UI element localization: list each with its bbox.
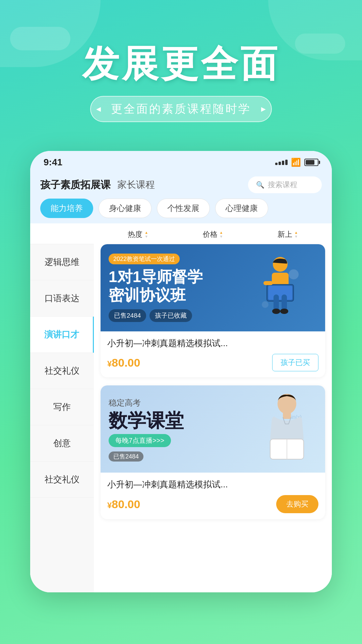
svg-point-6 bbox=[272, 309, 280, 314]
sidebar-item-logic[interactable]: 逻辑思维 bbox=[30, 244, 94, 280]
course-action-button-1[interactable]: 孩子已买 bbox=[272, 354, 318, 371]
status-time: 9:41 bbox=[44, 157, 62, 168]
nav-tabs: 孩子素质拓展课 家长课程 🔍 搜索课程 bbox=[40, 176, 322, 193]
sidebar-item-creative[interactable]: 创意 bbox=[30, 425, 94, 462]
search-box[interactable]: 🔍 搜索课程 bbox=[248, 176, 322, 193]
status-bar: 9:41 📶 bbox=[30, 151, 332, 171]
hero-subtitle-banner: 更全面的素质课程随时学 bbox=[90, 96, 272, 122]
course-title-2: 小升初—冲刺真题精选模拟试... bbox=[107, 479, 318, 490]
sidebar-item-social[interactable]: 社交礼仪 bbox=[30, 353, 94, 389]
sort-price-arrows: ▲ ▼ bbox=[220, 230, 223, 238]
course-bottom-2: ¥80.00 去购买 bbox=[107, 495, 318, 513]
main-content: 逻辑思维 口语表达 演讲口才 社交礼仪 写作 创意 社交礼仪 热度 bbox=[30, 223, 332, 592]
course-card-1[interactable]: 2022教资笔试一次通过 1对1导师督学密训协议班 已售2484 孩子已收藏 bbox=[101, 244, 325, 377]
pill-ability[interactable]: 能力培养 bbox=[40, 199, 93, 218]
sort-price-button[interactable]: 价格 ▲ ▼ bbox=[175, 229, 250, 239]
left-sidebar: 逻辑思维 口语表达 演讲口才 社交礼仪 写作 创意 社交礼仪 bbox=[30, 223, 94, 592]
svg-rect-14 bbox=[283, 412, 291, 419]
course-illustration-1 bbox=[260, 254, 317, 321]
course-action-button-2[interactable]: 去购买 bbox=[276, 495, 318, 513]
course-banner-1: 2022教资笔试一次通过 1对1导师督学密训协议班 已售2484 孩子已收藏 bbox=[101, 244, 325, 331]
search-icon: 🔍 bbox=[256, 181, 264, 189]
sort-new-arrows: ▲ ▼ bbox=[294, 230, 298, 238]
sort-hot-button[interactable]: 热度 ▲ ▼ bbox=[101, 229, 175, 239]
svg-point-9 bbox=[289, 269, 299, 279]
course-bottom-1: ¥80.00 孩子已买 bbox=[107, 354, 318, 371]
course-price-2: ¥80.00 bbox=[107, 498, 140, 511]
outer-wrapper: 发展更全面 更全面的素质课程随时学 9:41 📶 bbox=[0, 0, 362, 644]
search-placeholder-text: 搜索课程 bbox=[268, 180, 297, 190]
svg-rect-3 bbox=[268, 286, 292, 300]
svg-point-7 bbox=[280, 309, 288, 314]
banner-live-tag: 每晚7点直播>>> bbox=[109, 434, 171, 447]
svg-point-10 bbox=[262, 301, 268, 308]
wifi-icon: 📶 bbox=[291, 158, 301, 167]
sidebar-sort-spacer bbox=[30, 223, 94, 244]
pill-health[interactable]: 身心健康 bbox=[99, 199, 152, 218]
course-card-2[interactable]: 稳定高考 数学课堂 每晚7点直播>>> 已售2484 bbox=[101, 385, 325, 519]
sidebar-item-speech[interactable]: 演讲口才 bbox=[30, 317, 94, 353]
category-pills: 能力培养 身心健康 个性发展 心理健康 bbox=[40, 199, 322, 223]
saved-badge-1: 孩子已收藏 bbox=[149, 309, 192, 322]
sort-row: 热度 ▲ ▼ 价格 ▲ ▼ bbox=[101, 223, 325, 244]
nav-tab-main[interactable]: 孩子素质拓展课 bbox=[40, 178, 111, 192]
course-info-1: 小升初—冲刺真题精选模拟试... ¥80.00 孩子已买 bbox=[101, 331, 325, 377]
sort-hot-arrows: ▲ ▼ bbox=[144, 230, 148, 238]
phone-container: 9:41 📶 孩子素质拓展课 bbox=[30, 151, 332, 592]
sort-new-button[interactable]: 新上 ▲ ▼ bbox=[250, 229, 325, 239]
course-illustration-2: sin(x) = 1/2 bbox=[257, 392, 317, 466]
pill-mental[interactable]: 心理健康 bbox=[215, 199, 268, 218]
phone-wrapper: 9:41 📶 孩子素质拓展课 bbox=[10, 151, 352, 592]
course-price-1: ¥80.00 bbox=[107, 356, 140, 369]
right-content: 热度 ▲ ▼ 价格 ▲ ▼ bbox=[94, 223, 332, 592]
svg-rect-8 bbox=[263, 281, 273, 285]
course-title-1: 小升初—冲刺真题精选模拟试... bbox=[107, 337, 318, 349]
sidebar-item-writing[interactable]: 写作 bbox=[30, 389, 94, 425]
pill-personal[interactable]: 个性发展 bbox=[157, 199, 210, 218]
course-banner-2: 稳定高考 数学课堂 每晚7点直播>>> 已售2484 bbox=[101, 385, 325, 473]
sidebar-item-social2[interactable]: 社交礼仪 bbox=[30, 462, 94, 498]
banner-title-1: 1对1导师督学密训协议班 bbox=[109, 268, 260, 305]
banner-tag-1: 2022教资笔试一次通过 bbox=[109, 254, 180, 264]
sidebar-item-oral[interactable]: 口语表达 bbox=[30, 280, 94, 317]
nav-area: 孩子素质拓展课 家长课程 🔍 搜索课程 能力培养 身心健康 个性发展 心理健康 bbox=[30, 171, 332, 223]
battery-icon bbox=[304, 159, 318, 166]
nav-tab-secondary[interactable]: 家长课程 bbox=[117, 178, 155, 191]
banner-title-2: 数学课堂 bbox=[109, 410, 257, 431]
hero-title: 发展更全面 bbox=[82, 39, 280, 89]
banner-badges-1: 已售2484 孩子已收藏 bbox=[109, 309, 260, 322]
banner-label-2: 稳定高考 bbox=[109, 397, 257, 408]
hero-subtitle: 更全面的素质课程随时学 bbox=[111, 102, 251, 115]
course-info-2: 小升初—冲刺真题精选模拟试... ¥80.00 去购买 bbox=[101, 473, 325, 519]
status-icons: 📶 bbox=[275, 158, 318, 167]
signal-icon bbox=[275, 160, 288, 165]
hero-section: 发展更全面 更全面的素质课程随时学 bbox=[10, 0, 352, 161]
sold-badge-2: 已售2484 bbox=[109, 451, 143, 462]
sold-count-badge-1: 已售2484 bbox=[109, 309, 146, 322]
